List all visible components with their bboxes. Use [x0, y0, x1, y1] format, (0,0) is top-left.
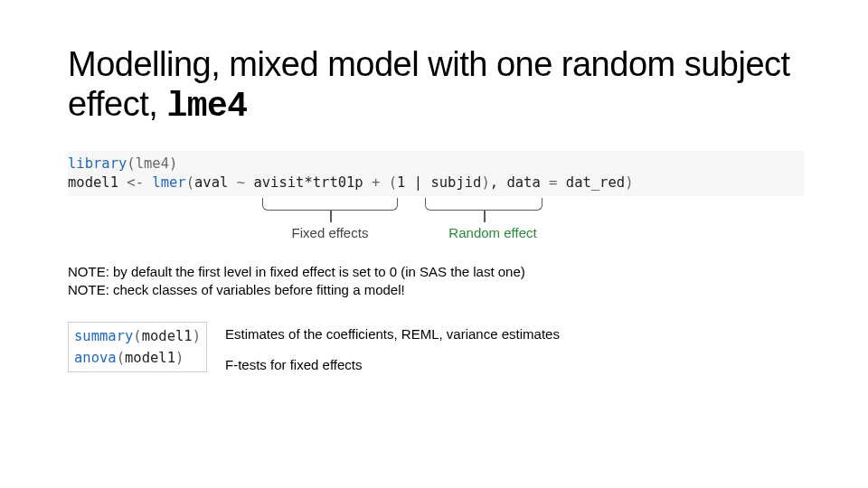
tok-summary: summary — [74, 328, 133, 344]
tok-model-var: model1 — [68, 174, 118, 191]
tok-lhs: aval — [194, 174, 228, 191]
tok-fixed-term: avisit*trt01p — [253, 174, 363, 191]
code-block-main: library(lme4) model1 <- lmer(aval ~ avis… — [68, 151, 805, 196]
tok-library: library — [68, 155, 127, 172]
tok-library-arg: lme4 — [136, 155, 169, 172]
note-line-1: NOTE: by default the first level in fixe… — [68, 263, 805, 281]
desc-column: Estimates of the coefficients, REML, var… — [225, 322, 560, 375]
tok-anova: anova — [74, 350, 117, 366]
code-desc-row: summary(model1) anova(model1) Estimates … — [68, 322, 805, 375]
code-block-secondary: summary(model1) anova(model1) — [68, 322, 207, 372]
label-fixed-effects: Fixed effects — [292, 225, 369, 240]
bracket-fixed — [262, 198, 398, 211]
bracket-annotations: Fixed effects Random effect — [68, 198, 805, 241]
bracket-random — [425, 198, 542, 211]
title-package: lme4 — [166, 87, 247, 126]
desc-summary: Estimates of the coefficients, REML, var… — [225, 325, 560, 343]
tok-data-val: dat_red — [566, 174, 625, 191]
tok-random-term: 1 | subjid — [397, 174, 481, 191]
slide-title: Modelling, mixed model with one random s… — [68, 45, 805, 126]
note-line-2: NOTE: check classes of variables before … — [68, 281, 805, 299]
tok-lmer: lmer — [152, 174, 185, 191]
tok-assign: <- — [127, 174, 144, 191]
notes-block: NOTE: by default the first level in fixe… — [68, 263, 805, 300]
desc-anova: F-tests for fixed effects — [225, 356, 560, 374]
label-random-effect: Random effect — [448, 225, 536, 240]
